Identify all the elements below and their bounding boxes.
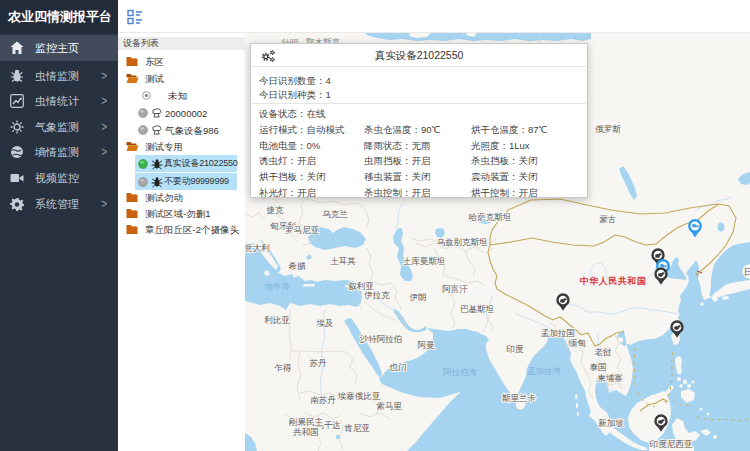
- svg-text:利比亚: 利比亚: [264, 315, 290, 325]
- svg-text:土库曼斯坦: 土库曼斯坦: [403, 256, 446, 266]
- svg-text:蒙古: 蒙古: [600, 214, 617, 224]
- svg-text:沙特阿拉伯: 沙特阿拉伯: [360, 334, 403, 344]
- svg-text:中华人民共和国: 中华人民共和国: [580, 276, 647, 286]
- svg-text:柬埔寨: 柬埔寨: [597, 373, 623, 383]
- svg-text:土耳其: 土耳其: [330, 256, 356, 266]
- svg-text:希腊: 希腊: [289, 261, 307, 271]
- svg-text:共和国: 共和国: [292, 427, 319, 437]
- svg-text:乌兹别克斯坦: 乌兹别克斯坦: [437, 237, 488, 247]
- svg-text:巴基斯坦: 巴基斯坦: [460, 304, 494, 314]
- svg-text:刚果民主: 刚果民主: [289, 417, 324, 427]
- svg-text:索马里: 索马里: [376, 401, 402, 411]
- svg-text:捷克: 捷克: [267, 205, 285, 215]
- svg-text:新加坡: 新加坡: [598, 418, 624, 428]
- svg-text:伊朗: 伊朗: [410, 292, 427, 302]
- svg-text:哈萨克斯坦: 哈萨克斯坦: [469, 212, 512, 222]
- svg-text:罗马尼亚: 罗马尼亚: [285, 225, 320, 235]
- svg-text:老挝: 老挝: [595, 347, 612, 357]
- svg-text:乍得: 乍得: [274, 363, 293, 373]
- svg-text:斯里兰卡: 斯里兰卡: [502, 393, 537, 403]
- svg-text:伊拉克: 伊拉克: [364, 290, 390, 300]
- svg-text:也门: 也门: [389, 362, 407, 372]
- svg-text:南苏丹: 南苏丹: [310, 395, 336, 405]
- svg-text:日: 日: [744, 267, 750, 277]
- svg-text:苏丹: 苏丹: [310, 358, 328, 368]
- svg-text:乌克兰: 乌克兰: [322, 209, 348, 219]
- svg-text:缅甸: 缅甸: [569, 338, 586, 348]
- svg-text:俄罗斯: 俄罗斯: [595, 124, 621, 134]
- svg-text:孟加拉湾: 孟加拉湾: [527, 366, 562, 376]
- svg-text:印度尼西亚: 印度尼西亚: [650, 439, 693, 449]
- svg-text:肯尼亚: 肯尼亚: [343, 423, 370, 433]
- svg-text:埃塞俄比亚: 埃塞俄比亚: [337, 391, 381, 401]
- svg-text:孟加拉国: 孟加拉国: [541, 328, 575, 338]
- svg-text:印度: 印度: [507, 344, 525, 354]
- svg-text:泰国: 泰国: [590, 362, 607, 372]
- svg-text:阿曼: 阿曼: [418, 340, 436, 350]
- svg-text:阿富汗: 阿富汗: [442, 284, 468, 294]
- svg-text:意大利: 意大利: [245, 243, 270, 253]
- svg-text:阿拉伯海: 阿拉伯海: [443, 367, 478, 377]
- svg-text:埃及: 埃及: [316, 318, 334, 328]
- svg-text:地中海: 地中海: [263, 281, 290, 291]
